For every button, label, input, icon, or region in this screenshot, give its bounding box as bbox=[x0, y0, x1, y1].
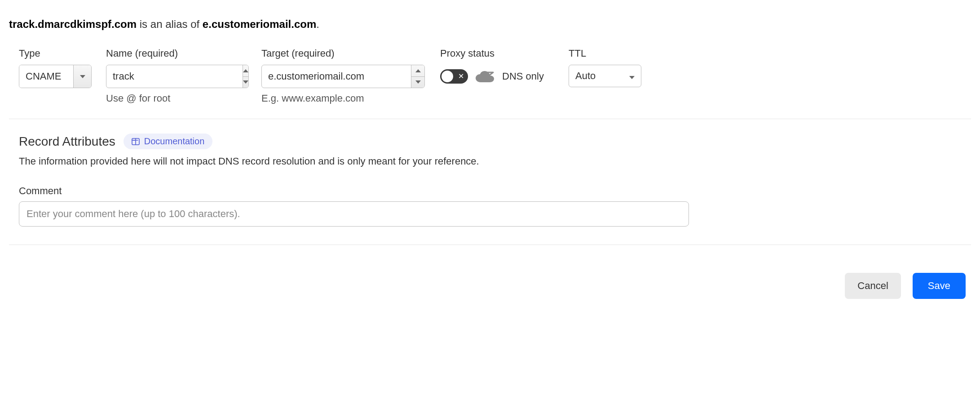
chevron-down-icon bbox=[629, 70, 635, 82]
type-label: Type bbox=[19, 48, 106, 59]
name-input-wrapper bbox=[106, 65, 249, 88]
ttl-select[interactable]: Auto bbox=[569, 65, 641, 87]
documentation-label: Documentation bbox=[144, 136, 205, 147]
cloud-icon bbox=[474, 70, 496, 83]
target-label: Target (required) bbox=[261, 48, 440, 59]
name-step-up[interactable] bbox=[243, 65, 248, 76]
ttl-value: Auto bbox=[575, 70, 596, 82]
record-attributes-title: Record Attributes bbox=[19, 134, 115, 149]
target-step-down[interactable] bbox=[411, 76, 424, 88]
proxy-toggle[interactable]: ✕ bbox=[440, 69, 468, 84]
alias-heading: track.dmarcdkimspf.com is an alias of e.… bbox=[9, 18, 971, 31]
toggle-off-x-icon: ✕ bbox=[458, 73, 464, 80]
alias-suffix: . bbox=[316, 18, 319, 30]
record-attributes-description: The information provided here will not i… bbox=[19, 156, 971, 167]
documentation-link[interactable]: Documentation bbox=[124, 134, 213, 149]
type-select[interactable]: CNAME bbox=[19, 65, 92, 88]
name-step-down[interactable] bbox=[243, 76, 248, 88]
cancel-button[interactable]: Cancel bbox=[845, 273, 901, 299]
save-button[interactable]: Save bbox=[913, 273, 966, 299]
target-helper: E.g. www.example.com bbox=[261, 93, 440, 104]
target-step-up[interactable] bbox=[411, 65, 424, 76]
divider bbox=[9, 119, 971, 119]
ttl-label: TTL bbox=[569, 48, 641, 59]
target-input[interactable] bbox=[262, 65, 411, 88]
alias-middle-text: is an alias of bbox=[137, 18, 203, 30]
book-icon bbox=[132, 138, 140, 145]
alias-target: e.customeriomail.com bbox=[203, 18, 316, 30]
comment-label: Comment bbox=[19, 185, 971, 197]
toggle-knob bbox=[441, 71, 453, 82]
proxy-status-label: Proxy status bbox=[440, 48, 569, 59]
proxy-status-text: DNS only bbox=[502, 71, 544, 82]
target-input-wrapper bbox=[261, 65, 425, 88]
alias-host: track.dmarcdkimspf.com bbox=[9, 18, 137, 30]
name-label: Name (required) bbox=[106, 48, 261, 59]
name-helper: Use @ for root bbox=[106, 93, 261, 104]
chevron-down-icon bbox=[73, 65, 91, 88]
comment-input[interactable] bbox=[19, 201, 689, 227]
divider bbox=[9, 245, 971, 245]
name-input[interactable] bbox=[106, 65, 243, 88]
type-value: CNAME bbox=[19, 65, 73, 88]
